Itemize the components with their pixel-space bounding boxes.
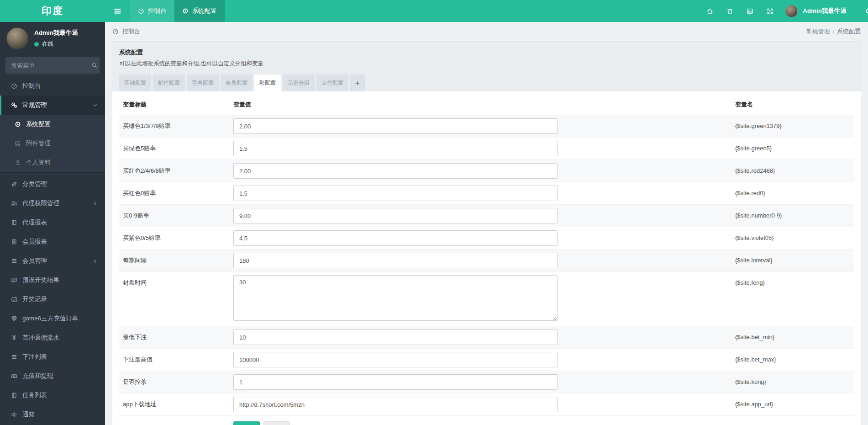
reset-button[interactable]: 重置	[263, 421, 290, 425]
sidebar-item-label: 代理权限管理	[22, 199, 59, 207]
page-description: 可以在此增改系统的变量和分组,也可以自定义分组和变量	[119, 60, 854, 68]
breadcrumb-dashboard[interactable]: 控制台	[122, 27, 140, 36]
sidebar-item-预设开奖结果[interactable]: 预设开奖结果	[0, 271, 105, 290]
submit-button[interactable]: 确定	[233, 421, 260, 425]
topbar-username[interactable]: Admin我最牛逼	[803, 7, 847, 15]
money-icon	[10, 373, 18, 379]
sidebar-item-通知[interactable]: 通知	[0, 405, 105, 424]
row-varname: {$site.green5}	[735, 141, 850, 156]
table-row: 是否控杀 {$site.kong}	[119, 371, 854, 393]
table-row: 最低下注 {$site.bet_min}	[119, 326, 854, 349]
value-input[interactable]	[233, 208, 558, 223]
value-input[interactable]	[233, 230, 558, 246]
sidebar-item-会员管理[interactable]: 会员管理	[0, 251, 105, 271]
home-icon[interactable]	[706, 8, 713, 15]
online-status: 在线	[34, 40, 78, 48]
sidebar-item-充值和提现[interactable]: 充值和提现	[0, 367, 105, 386]
value-input[interactable]	[233, 141, 558, 156]
column-header: 变量值	[233, 101, 735, 109]
sidebar-item-任务列表[interactable]: 任务列表	[0, 386, 105, 405]
breadcrumb-parent[interactable]: 常规管理	[806, 27, 830, 36]
tab-字典配置[interactable]: 字典配置	[187, 74, 219, 91]
panel-body: 变量标题 变量值 变量名 买绿色1/3/7/9赔率 {$site.green13…	[112, 91, 861, 425]
chevron-down-icon	[93, 103, 98, 108]
comment-edit-icon	[10, 277, 18, 283]
row-label: 买绿色1/3/7/9赔率	[123, 118, 233, 134]
table-row: 下注最高值 {$site.bet_max}	[119, 349, 854, 371]
message-image-icon[interactable]	[747, 8, 753, 15]
avatar[interactable]	[7, 28, 28, 49]
row-label: 封盘时间	[123, 275, 233, 291]
value-textarea[interactable]: 30	[233, 275, 558, 321]
tab-邮件配置[interactable]: 邮件配置	[153, 74, 185, 91]
table-row: 买0-9赔率 {$site.number0-9}	[119, 205, 854, 227]
tab-基础配置[interactable]: 基础配置	[119, 74, 151, 91]
topnav-tab-system-config[interactable]: 系统配置	[174, 0, 225, 22]
sidebar-item-附件管理[interactable]: 附件管理	[0, 134, 105, 153]
table-row: app下载地址 {$site.app_url}	[119, 393, 854, 416]
row-varname: {$site.violet05}	[735, 230, 850, 246]
value-input[interactable]	[233, 352, 558, 367]
user-panel: Admin我最牛逼 在线	[0, 22, 105, 53]
table-row: 每期间隔 {$site.interval}	[119, 250, 854, 272]
fullscreen-icon[interactable]	[767, 8, 773, 15]
table-row: 封盘时间 30 {$site.feng}	[119, 272, 854, 326]
value-input[interactable]	[233, 374, 558, 390]
value-input[interactable]	[233, 397, 558, 412]
top-nav: 控制台 系统配置	[105, 0, 225, 22]
avatar[interactable]	[785, 5, 798, 17]
dashboard-icon	[112, 28, 119, 35]
tab-彩配置[interactable]: 彩配置	[254, 74, 281, 91]
sidebar-item-label: 分类管理	[22, 180, 47, 188]
sidebar-item-代理权限管理[interactable]: 代理权限管理	[0, 194, 105, 213]
tab-会员配置[interactable]: 会员配置	[221, 74, 253, 91]
sidebar-item-label: 充值和提现	[22, 372, 53, 380]
sidebar-toggle-button[interactable]	[105, 0, 130, 22]
sidebar-item-首冲返佣流水[interactable]: ¥ 首冲返佣流水	[0, 328, 105, 347]
value-input[interactable]	[233, 118, 558, 134]
tab-示例分组[interactable]: 示例分组	[283, 74, 315, 91]
gear-icon	[14, 121, 22, 128]
sidebar-item-分类管理[interactable]: 分类管理	[0, 175, 105, 194]
config-tabs: 基础配置 邮件配置 字典配置 会员配置 彩配置 示例分组 支付配置	[119, 74, 854, 91]
tab-支付配置[interactable]: 支付配置	[316, 74, 348, 91]
table-header-row: 变量标题 变量值 变量名	[119, 91, 854, 115]
sidebar-item-label: 首冲返佣流水	[22, 334, 59, 342]
sidebar-item-系统配置[interactable]: 系统配置	[0, 115, 105, 134]
value-input[interactable]	[233, 329, 558, 345]
sidebar-item-开奖记录[interactable]: 开奖记录	[0, 290, 105, 309]
sidebar-item-控制台[interactable]: 控制台	[0, 76, 105, 96]
topnav-tab-dashboard[interactable]: 控制台	[130, 0, 174, 22]
sidebar-item-下注列表[interactable]: 下注列表	[0, 347, 105, 367]
top-bar: 印度 控制台 系统配置 Admin我最牛逼	[0, 0, 868, 22]
chevron-left-icon	[93, 259, 98, 264]
trash-icon[interactable]	[726, 8, 733, 15]
value-input[interactable]	[233, 186, 558, 201]
add-tab-button[interactable]	[350, 74, 365, 91]
row-label: 每期间隔	[123, 253, 233, 268]
sidebar-item-代理报表[interactable]: 代理报表	[0, 213, 105, 232]
search-input[interactable]	[11, 62, 91, 69]
gears-icon	[10, 102, 18, 108]
panel-heading: 系统配置 可以在此增改系统的变量和分组,也可以自定义分组和变量 基础配置 邮件配…	[112, 42, 861, 91]
calendar-check-icon	[10, 296, 18, 303]
row-varname: {$site.app_url}	[735, 397, 850, 412]
row-varname: {$site.green1379}	[735, 118, 850, 134]
sidebar-item-会员报表[interactable]: 会员报表	[0, 232, 105, 251]
settings-gear-icon[interactable]	[865, 8, 868, 14]
row-label: 买绿色5赔率	[123, 141, 233, 156]
value-input[interactable]	[233, 253, 558, 268]
sidebar-item-常规管理[interactable]: 常规管理	[0, 96, 105, 115]
bullhorn-icon	[10, 411, 18, 418]
user-icon	[14, 159, 22, 166]
sidebar-item-label: 通知	[22, 410, 35, 419]
sidebar-item-game6三方充值订单[interactable]: game6三方充值订单	[0, 309, 105, 328]
sidebar-item-个人资料[interactable]: 个人资料	[0, 153, 105, 172]
breadcrumb-current: 系统配置	[837, 27, 861, 36]
row-varname: {$site.interval}	[735, 253, 850, 268]
plus-icon	[355, 80, 360, 86]
yen-icon: ¥	[10, 335, 18, 341]
list-icon	[10, 258, 18, 264]
row-varname: {$site.red2468}	[735, 163, 850, 179]
value-input[interactable]	[233, 163, 558, 179]
